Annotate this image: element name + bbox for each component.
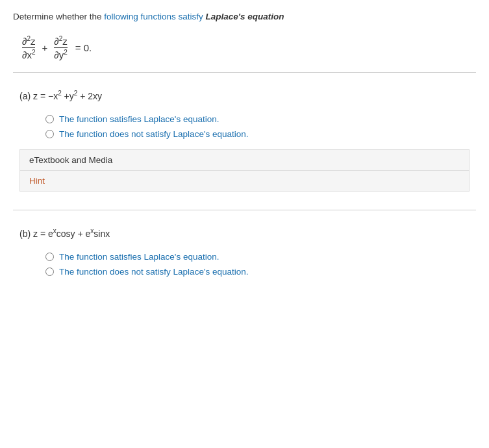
part-b-identifier: (b) z = excosy + exsinx [19,229,110,239]
divider-middle [13,210,476,210]
statement-text-before: Determine whether the [13,12,104,21]
part-a-identifier: (a) z = −x2 +y2 + 2xy [19,91,102,101]
part-a-radio-1[interactable] [45,115,54,123]
equals-zero: = 0. [75,42,92,53]
part-a-option-1[interactable]: The function satisfies Laplace's equatio… [45,114,470,124]
frac-numerator-2: ∂2z [54,35,67,48]
statement-bold-italic: Laplace's equation [205,12,284,21]
collapsible-container: eTextbook and Media Hint [19,149,470,192]
fraction-dy: ∂2z ∂y2 [54,35,67,60]
part-b-option-2[interactable]: The function does not satisfy Laplace's … [45,267,470,277]
part-b-option-1-text: The function satisfies Laplace's equatio… [59,252,219,262]
frac-numerator-1: ∂2z [22,35,35,48]
part-a-option-2[interactable]: The function does not satisfy Laplace's … [45,129,470,139]
part-a-label: (a) z = −x2 +y2 + 2xy [19,90,470,101]
part-a-section: (a) z = −x2 +y2 + 2xy The function satis… [13,79,476,203]
fraction-dx: ∂2z ∂x2 [22,35,35,60]
part-a-options: The function satisfies Laplace's equatio… [45,114,470,139]
problem-statement: Determine whether the following function… [13,10,476,23]
plus-sign: + [42,42,47,53]
part-a-option-2-text: The function does not satisfy Laplace's … [59,129,249,139]
laplace-equation-display: ∂2z ∂x2 + ∂2z ∂y2 = 0. [19,35,476,60]
etextbook-media-button[interactable]: eTextbook and Media [20,150,469,171]
part-b-option-1[interactable]: The function satisfies Laplace's equatio… [45,252,470,262]
part-a-option-1-text: The function satisfies Laplace's equatio… [59,114,219,124]
part-b-option-2-text: The function does not satisfy Laplace's … [59,267,249,277]
part-b-radio-1[interactable] [45,253,54,261]
frac-denominator-2: ∂y2 [54,48,67,60]
frac-denominator-1: ∂x2 [22,48,35,60]
hint-button[interactable]: Hint [20,171,469,191]
divider-top [13,72,476,73]
part-b-label: (b) z = excosy + exsinx [19,227,470,239]
part-b-options: The function satisfies Laplace's equatio… [45,252,470,277]
page-container: Determine whether the following function… [0,0,489,304]
part-b-radio-2[interactable] [45,268,54,276]
statement-blue-text: following functions satisfy [104,12,205,21]
part-a-radio-2[interactable] [45,130,54,138]
part-b-section: (b) z = excosy + exsinx The function sat… [13,217,476,293]
